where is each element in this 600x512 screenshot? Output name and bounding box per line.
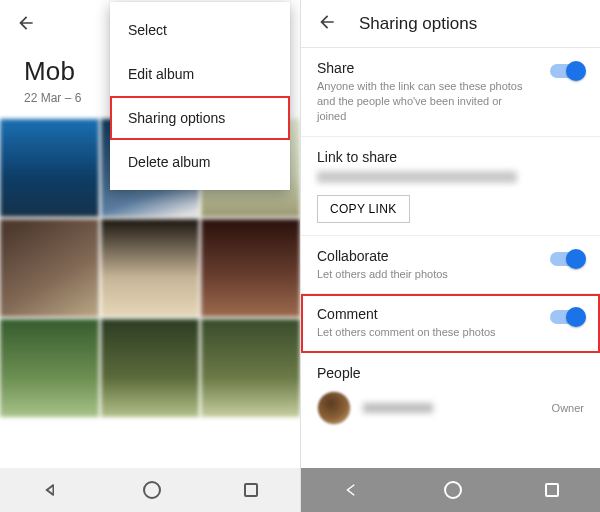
android-navbar — [301, 468, 600, 512]
people-section: People Owner — [301, 353, 600, 437]
comment-toggle[interactable] — [550, 310, 584, 324]
nav-recents-button[interactable] — [541, 479, 563, 501]
square-icon — [545, 483, 559, 497]
album-screen: Mob 22 Mar – 6 Select Edit album Sharing… — [0, 0, 300, 512]
menu-item-edit-album[interactable]: Edit album — [110, 52, 290, 96]
nav-home-button[interactable] — [440, 477, 466, 503]
back-arrow-icon — [317, 12, 337, 35]
album-content: Mob 22 Mar – 6 Select Edit album Sharing… — [0, 0, 300, 468]
page-title: Sharing options — [359, 14, 477, 34]
share-label: Share — [317, 60, 527, 76]
back-arrow-icon — [16, 13, 36, 36]
nav-recents-button[interactable] — [240, 479, 262, 501]
android-navbar — [0, 468, 300, 512]
menu-item-sharing-options[interactable]: Sharing options — [110, 96, 290, 140]
square-icon — [244, 483, 258, 497]
comment-desc: Let others comment on these photos — [317, 325, 496, 340]
back-button[interactable] — [12, 9, 40, 40]
photo-thumbnail[interactable] — [0, 219, 99, 317]
share-link-url — [317, 171, 517, 183]
link-section: Link to share COPY LINK — [301, 137, 600, 236]
nav-home-button[interactable] — [139, 477, 165, 503]
photo-thumbnail[interactable] — [201, 319, 300, 417]
person-name — [363, 403, 433, 413]
photo-thumbnail[interactable] — [0, 119, 99, 217]
share-toggle[interactable] — [550, 64, 584, 78]
people-row: Owner — [317, 391, 584, 425]
overflow-menu: Select Edit album Sharing options Delete… — [110, 2, 290, 190]
copy-link-button[interactable]: COPY LINK — [317, 195, 410, 223]
link-label: Link to share — [317, 149, 584, 165]
photo-thumbnail[interactable] — [101, 219, 200, 317]
share-section: Share Anyone with the link can see these… — [301, 48, 600, 137]
sharing-topbar: Sharing options — [301, 0, 600, 48]
circle-icon — [143, 481, 161, 499]
comment-section: Comment Let others comment on these phot… — [301, 294, 600, 353]
comment-label: Comment — [317, 306, 496, 322]
circle-icon — [444, 481, 462, 499]
back-button[interactable] — [313, 8, 341, 39]
people-label: People — [317, 365, 584, 381]
avatar[interactable] — [317, 391, 351, 425]
photo-thumbnail[interactable] — [0, 319, 99, 417]
nav-back-button[interactable] — [339, 477, 365, 503]
menu-item-delete-album[interactable]: Delete album — [110, 140, 290, 184]
collaborate-toggle[interactable] — [550, 252, 584, 266]
photo-thumbnail[interactable] — [201, 219, 300, 317]
sharing-content: Share Anyone with the link can see these… — [301, 48, 600, 468]
menu-item-select[interactable]: Select — [110, 8, 290, 52]
photo-thumbnail[interactable] — [101, 319, 200, 417]
sharing-options-screen: Sharing options Share Anyone with the li… — [300, 0, 600, 512]
collaborate-section: Collaborate Let others add their photos — [301, 236, 600, 295]
share-desc: Anyone with the link can see these photo… — [317, 79, 527, 124]
collaborate-desc: Let others add their photos — [317, 267, 448, 282]
nav-back-button[interactable] — [38, 477, 64, 503]
collaborate-label: Collaborate — [317, 248, 448, 264]
person-role: Owner — [552, 402, 584, 414]
